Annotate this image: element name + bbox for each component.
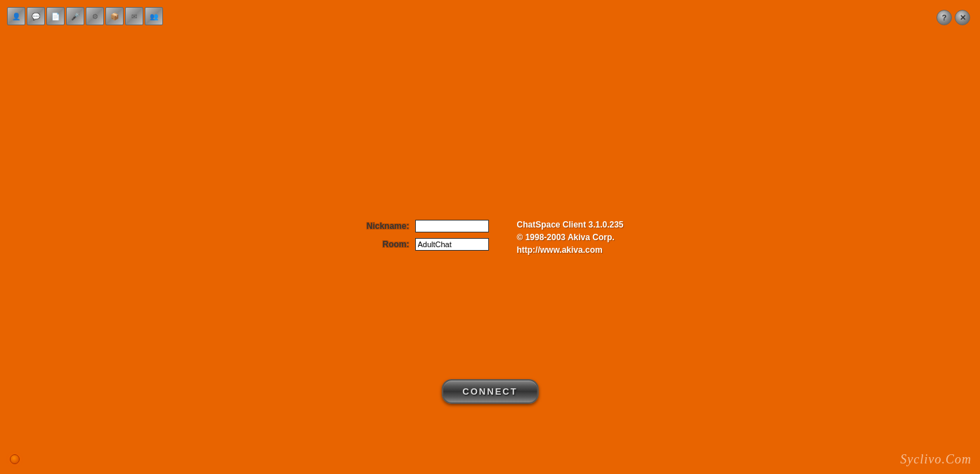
document-icon: 📄 xyxy=(51,13,60,20)
nickname-row: Nickname: xyxy=(356,220,488,232)
status-indicator xyxy=(10,454,20,464)
mic-icon: 🎤 xyxy=(71,13,79,20)
app-info: ChatSpace Client 3.1.0.235 © 1998-2003 A… xyxy=(516,220,623,255)
toolbar-icon-mic[interactable]: 🎤 xyxy=(66,7,84,25)
top-right-controls: ? ✕ xyxy=(936,10,970,25)
box-icon: 📦 xyxy=(110,13,119,20)
nickname-label: Nickname: xyxy=(356,221,409,231)
room-input[interactable] xyxy=(414,238,488,251)
help-icon: ? xyxy=(942,13,947,22)
room-label: Room: xyxy=(356,239,409,249)
login-form: Nickname: Room: ChatSpace Client 3.1.0.2… xyxy=(356,220,623,255)
toolbar-icon-user[interactable]: 👥 xyxy=(145,7,163,25)
app-version: ChatSpace Client 3.1.0.235 xyxy=(516,220,623,230)
toolbar: 👤 💬 📄 🎤 ⚙ 📦 ✉ 👥 xyxy=(7,7,163,25)
watermark: Syclivo.Com xyxy=(901,452,972,467)
user-icon: 👥 xyxy=(150,13,158,20)
chat-icon: 💬 xyxy=(32,13,40,20)
mail-icon: ✉ xyxy=(131,13,137,20)
app-url: http://www.akiva.com xyxy=(516,245,623,255)
nickname-input[interactable] xyxy=(414,220,488,232)
app-copyright: © 1998-2003 Akiva Corp. xyxy=(516,232,623,242)
people-icon: 👤 xyxy=(12,13,20,20)
toolbar-icon-document[interactable]: 📄 xyxy=(46,7,65,25)
toolbar-icon-box[interactable]: 📦 xyxy=(105,7,124,25)
toolbar-icon-puzzle[interactable]: ⚙ xyxy=(86,7,104,25)
toolbar-icon-mail[interactable]: ✉ xyxy=(125,7,143,25)
close-icon: ✕ xyxy=(960,13,966,22)
toolbar-icon-people[interactable]: 👤 xyxy=(7,7,25,25)
puzzle-icon: ⚙ xyxy=(92,13,98,20)
help-button[interactable]: ? xyxy=(936,10,952,25)
connect-button-wrapper: CONNECT xyxy=(441,379,538,404)
form-fields: Nickname: Room: xyxy=(356,220,488,251)
toolbar-icon-chat[interactable]: 💬 xyxy=(27,7,45,25)
close-button[interactable]: ✕ xyxy=(955,10,970,25)
connect-button[interactable]: CONNECT xyxy=(441,379,538,404)
room-row: Room: xyxy=(356,238,488,251)
